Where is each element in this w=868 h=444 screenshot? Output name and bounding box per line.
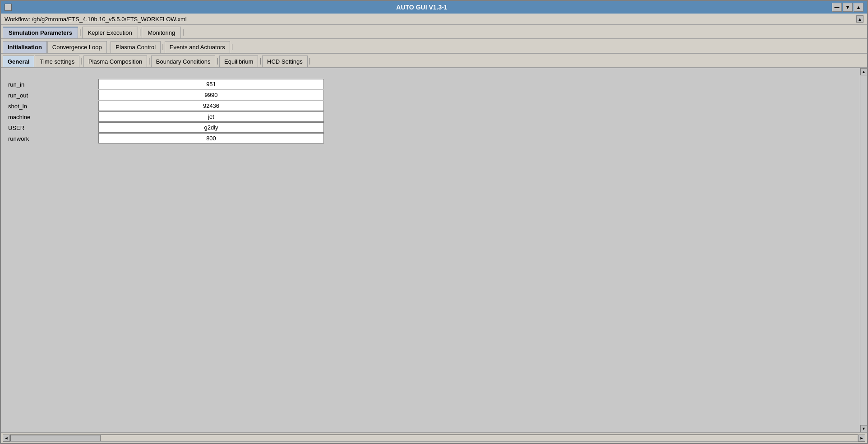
separator-4: |: [108, 43, 110, 51]
restore-button[interactable]: ▼: [843, 3, 853, 12]
input-machine[interactable]: [98, 111, 324, 122]
main-area: run_in run_out shot_in: [1, 68, 867, 432]
label-machine: machine: [8, 111, 98, 122]
scroll-left-button[interactable]: ◄: [3, 435, 10, 442]
window-title: AUTO GUI V1.3-1: [12, 4, 832, 11]
title-bar: AUTO GUI V1.3-1 — ▼ ▲: [1, 1, 867, 14]
separator-5: |: [162, 43, 164, 51]
close-button[interactable]: ▲: [854, 3, 863, 12]
subtab-plasma-control[interactable]: Plasma Control: [111, 41, 161, 53]
innertabs-row: General Time settings | Plasma Compositi…: [1, 54, 867, 68]
tab-simulation-parameters[interactable]: Simulation Parameters: [3, 27, 78, 38]
workflow-bar: Workflow: /gh/g2mroma/ETS_4.10b.10_v5.5.…: [1, 14, 867, 25]
horizontal-scrollbar[interactable]: [10, 435, 858, 442]
main-content: run_in run_out shot_in: [1, 68, 860, 432]
scroll-up-button[interactable]: ▲: [860, 68, 868, 75]
subtabs-row: Initialisation Convergence Loop | Plasma…: [1, 39, 867, 54]
scroll-right-btn[interactable]: ▲: [856, 15, 863, 23]
app-icon: [5, 4, 12, 11]
input-run-in[interactable]: [98, 79, 324, 89]
scroll-right-button[interactable]: ►: [858, 435, 865, 442]
label-user: USER: [8, 122, 98, 133]
subtab-events-actuators[interactable]: Events and Actuators: [165, 41, 230, 53]
right-scrollbar: ▲ ▼: [860, 68, 867, 432]
minimize-button[interactable]: —: [832, 3, 842, 12]
label-run-in: run_in: [8, 79, 98, 90]
title-bar-left: [5, 4, 12, 11]
form-table: run_in run_out shot_in: [8, 79, 853, 144]
scrollbar-thumb[interactable]: [10, 435, 101, 441]
input-shot-in[interactable]: [98, 101, 324, 111]
innertab-equilibrium[interactable]: Equilibrium: [219, 56, 258, 67]
label-run-out: run_out: [8, 90, 98, 101]
separator-7: |: [81, 57, 83, 65]
scroll-down-button[interactable]: ▼: [860, 425, 868, 432]
separator-2: |: [139, 28, 141, 37]
bottom-bar: ◄ ►: [1, 432, 867, 443]
separator-8: |: [148, 57, 150, 65]
innertab-plasma-composition[interactable]: Plasma Composition: [83, 56, 147, 67]
separator-6: |: [231, 43, 233, 51]
innertab-boundary-conditions[interactable]: Boundary Conditions: [151, 56, 216, 67]
input-user[interactable]: [98, 122, 324, 133]
innertab-time-settings[interactable]: Time settings: [35, 56, 79, 67]
main-window: AUTO GUI V1.3-1 — ▼ ▲ Workflow: /gh/g2mr…: [0, 0, 868, 444]
tab-kepler-execution[interactable]: Kepler Execution: [82, 27, 138, 38]
input-runwork[interactable]: [98, 133, 324, 143]
separator-11: |: [309, 57, 311, 65]
main-tabs-row: Simulation Parameters | Kepler Execution…: [1, 25, 867, 39]
label-shot-in: shot_in: [8, 101, 98, 111]
workflow-path: Workflow: /gh/g2mroma/ETS_4.10b.10_v5.5.…: [5, 16, 187, 23]
separator-3: |: [182, 28, 184, 37]
subtab-initialisation[interactable]: Initialisation: [3, 41, 47, 53]
subtab-convergence-loop[interactable]: Convergence Loop: [47, 41, 107, 53]
title-bar-controls: — ▼ ▲: [832, 3, 863, 12]
separator-9: |: [217, 57, 218, 65]
tab-monitoring[interactable]: Monitoring: [142, 27, 181, 38]
innertab-hcd-settings[interactable]: HCD Settings: [262, 56, 308, 67]
separator-1: |: [79, 28, 81, 37]
label-runwork: runwork: [8, 133, 98, 144]
separator-10: |: [259, 57, 261, 65]
input-run-out[interactable]: [98, 90, 324, 100]
innertab-general[interactable]: General: [3, 56, 34, 67]
